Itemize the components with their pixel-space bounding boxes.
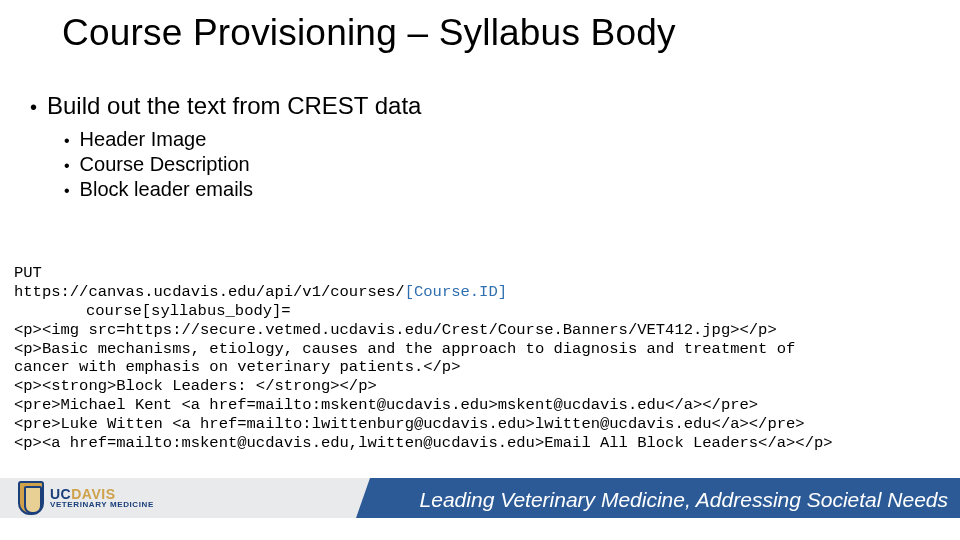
shield-icon (18, 481, 44, 515)
bullet-sub: • Header Image (64, 128, 920, 151)
bullet-dot-icon: • (30, 95, 37, 119)
sub-bullets: • Header Image • Course Description • Bl… (64, 128, 920, 201)
logo-wordmark: UCDAVIS (50, 487, 154, 501)
code-line: <p><img src=https://secure.vetmed.ucdavi… (14, 321, 777, 339)
bullet-dot-icon: • (64, 156, 70, 176)
bullet-dot-icon: • (64, 181, 70, 201)
slide-body: • Build out the text from CREST data • H… (30, 92, 920, 203)
code-url-prefix: https://canvas.ucdavis.edu/api/v1/course… (14, 283, 405, 301)
logo-subtext: VETERINARY MEDICINE (50, 501, 154, 509)
bullet-dot-icon: • (64, 131, 70, 151)
bullet-sub-text: Block leader emails (80, 178, 253, 201)
code-url-line: https://canvas.ucdavis.edu/api/v1/course… (14, 283, 507, 301)
slide-title: Course Provisioning – Syllabus Body (62, 12, 676, 54)
footer-tagline: Leading Veterinary Medicine, Addressing … (420, 488, 948, 512)
logo: UCDAVIS VETERINARY MEDICINE (18, 478, 154, 518)
code-line: <pre>Luke Witten <a href=mailto:lwittenb… (14, 415, 805, 433)
bullet-sub: • Block leader emails (64, 178, 920, 201)
logo-text: UCDAVIS VETERINARY MEDICINE (50, 487, 154, 509)
code-line: cancer with emphasis on veterinary patie… (14, 358, 460, 376)
footer-bar-edge (356, 478, 370, 518)
code-method: PUT (14, 264, 42, 282)
code-line: <p>Basic mechanisms, etiology, causes an… (14, 340, 795, 358)
code-url-param: [Course.ID] (405, 283, 507, 301)
code-line: <p><strong>Block Leaders: </strong></p> (14, 377, 377, 395)
bullet-sub-text: Header Image (80, 128, 207, 151)
bullet-sub: • Course Description (64, 153, 920, 176)
slide: Course Provisioning – Syllabus Body • Bu… (0, 0, 960, 540)
code-block: PUT https://canvas.ucdavis.edu/api/v1/co… (14, 245, 946, 453)
bullet-main: • Build out the text from CREST data (30, 92, 920, 120)
code-body-key: course[syllabus_body]= (14, 302, 291, 321)
code-line: <p><a href=mailto:mskent@ucdavis.edu,lwi… (14, 434, 833, 452)
bullet-sub-text: Course Description (80, 153, 250, 176)
bullet-main-text: Build out the text from CREST data (47, 92, 421, 120)
code-line: <pre>Michael Kent <a href=mailto:mskent@… (14, 396, 758, 414)
